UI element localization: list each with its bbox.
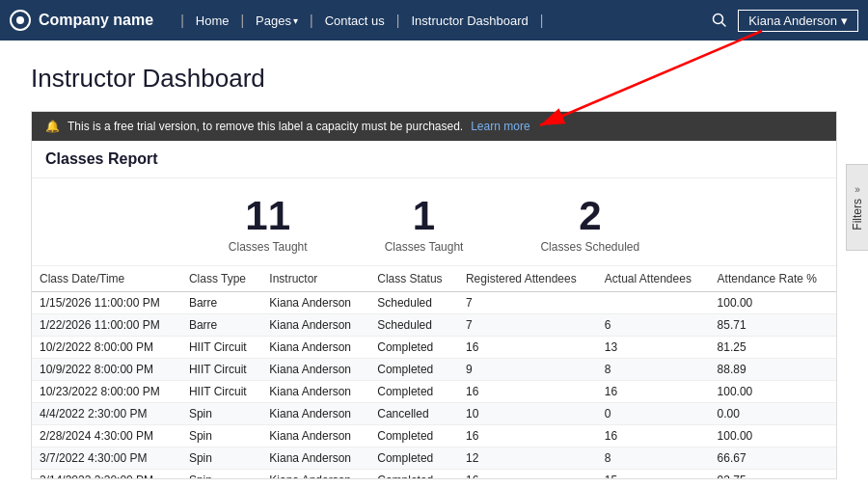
page-title: Instructor Dashboard [31,64,837,94]
table-row: 1/22/2026 11:00:00 PMBarreKiana Anderson… [32,314,836,337]
navbar: Company name | Home | Pages ▾ | Contact … [0,0,868,41]
cell-2-3: Completed [369,337,458,359]
cell-7-2: Kiana Anderson [261,447,369,470]
user-dropdown-arrow-icon: ▾ [841,14,848,28]
nav-sep-3: | [310,13,313,28]
nav-sep-2: | [240,13,244,28]
cell-1-5: 6 [597,314,710,337]
page-content: Instructor Dashboard 🔔 This is a free tr… [0,41,868,488]
col-header-datetime: Class Date/Time [32,266,181,292]
cell-3-2: Kiana Anderson [261,359,369,381]
table-row: 10/23/2022 8:00:00 PMHIIT CircuitKiana A… [32,381,836,403]
filters-chevron-icon: » [854,184,860,195]
nav-sep-1: | [180,13,184,28]
stat-label-2: Classes Scheduled [540,240,639,254]
cell-1-4: 7 [458,314,597,337]
cell-2-1: HIIT Circuit [181,337,261,359]
stat-number-2: 2 [579,196,601,236]
cell-5-3: Cancelled [369,403,458,425]
cell-8-6: 93.75 [710,470,836,479]
cell-6-6: 100.00 [710,425,836,447]
report-table: Class Date/Time Class Type Instructor Cl… [32,266,836,478]
cell-7-4: 12 [458,447,597,470]
cell-1-2: Kiana Anderson [261,314,369,337]
cell-2-0: 10/2/2022 8:00:00 PM [32,337,181,359]
company-logo[interactable]: Company name [10,10,153,31]
cell-0-4: 7 [458,292,597,314]
table-row: 10/2/2022 8:00:00 PMHIIT CircuitKiana An… [32,337,836,359]
table-container[interactable]: Class Date/Time Class Type Instructor Cl… [32,266,836,478]
logo-icon [10,10,31,31]
nav-instructor-dashboard[interactable]: Instructor Dashboard [407,14,531,28]
page-wrapper: Company name | Home | Pages ▾ | Contact … [0,0,868,488]
stat-number-1: 1 [413,196,435,236]
cell-3-5: 8 [597,359,710,381]
nav-pages[interactable]: Pages ▾ [252,14,302,28]
col-header-rate: Attendance Rate % [710,266,836,292]
cell-4-0: 10/23/2022 8:00:00 PM [32,381,181,403]
col-header-instructor: Instructor [261,266,369,292]
cell-4-5: 16 [597,381,710,403]
stat-number-0: 11 [245,196,290,236]
stat-item-1: 1 Classes Taught [385,196,464,254]
table-row: 1/15/2026 11:00:00 PMBarreKiana Anderson… [32,292,836,314]
cell-8-2: Kiana Anderson [261,470,369,479]
cell-8-1: Spin [181,470,261,479]
cell-0-3: Scheduled [369,292,458,314]
trial-text: This is a free trial version, to remove … [68,120,463,133]
cell-0-6: 100.00 [710,292,836,314]
cell-5-2: Kiana Anderson [261,403,369,425]
cell-6-2: Kiana Anderson [261,425,369,447]
col-header-actual: Actual Attendees [597,266,710,292]
cell-7-5: 8 [597,447,710,470]
col-header-type: Class Type [181,266,261,292]
search-icon[interactable] [709,10,730,31]
cell-2-2: Kiana Anderson [261,337,369,359]
table-row: 3/7/2022 4:30:00 PMSpinKiana AndersonCom… [32,447,836,470]
cell-0-5 [597,292,710,314]
cell-8-0: 3/14/2022 2:30:00 PM [32,470,181,479]
user-name-label: Kiana Anderson [748,14,837,28]
table-row: 3/14/2022 2:30:00 PMSpinKiana AndersonCo… [32,470,836,479]
cell-1-3: Scheduled [369,314,458,337]
cell-8-5: 15 [597,470,710,479]
table-header: Class Date/Time Class Type Instructor Cl… [32,266,836,292]
cell-3-4: 9 [458,359,597,381]
report-title: Classes Report [45,150,158,167]
col-header-status: Class Status [369,266,458,292]
cell-0-0: 1/15/2026 11:00:00 PM [32,292,181,314]
cell-5-1: Spin [181,403,261,425]
cell-4-2: Kiana Anderson [261,381,369,403]
cell-6-1: Spin [181,425,261,447]
bell-icon: 🔔 [45,120,60,133]
company-name: Company name [39,12,153,29]
filters-tab[interactable]: » Filters [846,164,868,251]
nav-contact[interactable]: Contact us [321,14,389,28]
learn-more-link[interactable]: Learn more [471,120,529,133]
cell-5-6: 0.00 [710,403,836,425]
user-menu-button[interactable]: Kiana Anderson ▾ [738,10,858,32]
trial-banner: 🔔 This is a free trial version, to remov… [32,112,836,141]
stats-row: 11 Classes Taught 1 Classes Taught 2 Cla… [32,178,836,266]
cell-6-0: 2/28/2024 4:30:00 PM [32,425,181,447]
cell-1-0: 1/22/2026 11:00:00 PM [32,314,181,337]
cell-7-3: Completed [369,447,458,470]
cell-3-6: 88.89 [710,359,836,381]
pages-arrow-icon: ▾ [293,15,298,26]
cell-8-4: 16 [458,470,597,479]
report-section: 🔔 This is a free trial version, to remov… [31,111,837,479]
cell-7-6: 66.67 [710,447,836,470]
cell-8-3: Completed [369,470,458,479]
nav-home[interactable]: Home [192,14,233,28]
cell-4-6: 100.00 [710,381,836,403]
cell-2-5: 13 [597,337,710,359]
cell-0-1: Barre [181,292,261,314]
nav-sep-5: | [540,13,544,28]
filters-label: Filters [851,199,864,230]
table-row: 10/9/2022 8:00:00 PMHIIT CircuitKiana An… [32,359,836,381]
stat-item-2: 2 Classes Scheduled [540,196,639,254]
table-row: 2/28/2024 4:30:00 PMSpinKiana AndersonCo… [32,425,836,447]
cell-4-3: Completed [369,381,458,403]
cell-4-4: 16 [458,381,597,403]
table-row: 4/4/2022 2:30:00 PMSpinKiana AndersonCan… [32,403,836,425]
